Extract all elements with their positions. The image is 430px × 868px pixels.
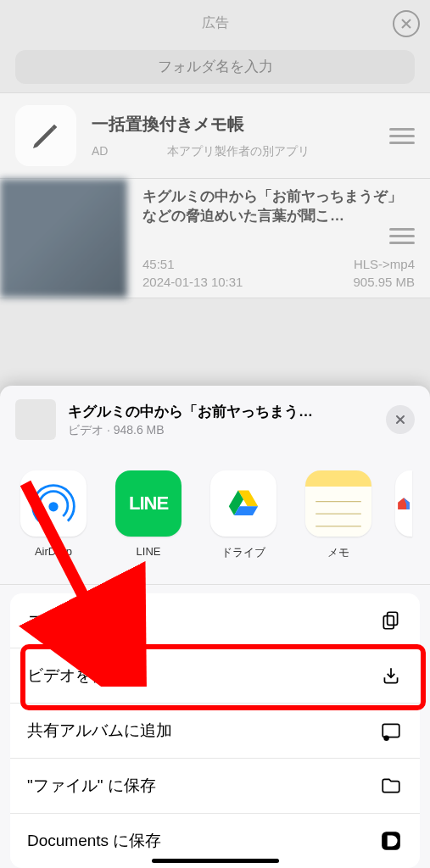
video-thumbnail <box>0 179 127 298</box>
action-label: "ファイル" に保存 <box>27 775 156 797</box>
svg-rect-4 <box>388 612 398 625</box>
sheet-subtitle: ビデオ · 948.6 MB <box>68 423 374 438</box>
drive-icon <box>210 470 276 537</box>
ad-label: 広告 <box>202 14 229 32</box>
action-copy[interactable]: コピー <box>10 593 420 648</box>
action-label: コピー <box>27 609 75 632</box>
share-apps-row: AirDrop LINE LINE ドライブ メモ <box>0 453 430 585</box>
svg-rect-5 <box>383 616 394 629</box>
download-icon <box>379 664 403 687</box>
pencil-icon <box>15 105 76 166</box>
sheet-thumbnail <box>15 399 56 440</box>
action-save-files[interactable]: "ファイル" に保存 <box>10 759 420 814</box>
documents-app-icon <box>379 829 403 853</box>
svg-point-7 <box>384 736 388 740</box>
share-app-airdrop[interactable]: AirDrop <box>15 470 92 560</box>
video-title: キグルミの中から「お前ヤっちまうぞ」などの脅迫めいた言葉が聞こ… <box>142 187 415 226</box>
home-indicator <box>152 859 279 863</box>
app-label: メモ <box>327 545 349 560</box>
video-item[interactable]: キグルミの中から「お前ヤっちまうぞ」などの脅迫めいた言葉が聞こ… 45:51 H… <box>0 179 430 298</box>
close-sheet-button[interactable] <box>386 405 415 434</box>
action-shared-album[interactable]: 共有アルバムに追加 <box>10 704 420 759</box>
folder-icon <box>379 774 403 798</box>
svg-point-0 <box>48 502 58 511</box>
share-app-more[interactable] <box>395 470 412 560</box>
menu-icon[interactable] <box>389 228 415 244</box>
action-label: ビデオを保存 <box>27 665 124 687</box>
promo-subtext: 本アプリ製作者の別アプリ <box>167 144 310 159</box>
menu-icon[interactable] <box>389 128 415 144</box>
app-label: LINE <box>137 545 161 558</box>
sheet-title: キグルミの中から「お前ヤっちまう… <box>68 402 374 421</box>
share-app-notes[interactable]: メモ <box>300 470 377 560</box>
share-app-drive[interactable]: ドライブ <box>205 470 282 560</box>
video-format: HLS->mp4 <box>354 257 415 271</box>
shared-album-icon <box>379 719 403 743</box>
video-duration: 45:51 <box>142 257 175 271</box>
airdrop-icon <box>20 470 87 537</box>
svg-rect-6 <box>383 724 399 737</box>
action-save-video[interactable]: ビデオを保存 <box>10 648 420 704</box>
close-icon[interactable] <box>393 10 420 37</box>
share-sheet: キグルミの中から「お前ヤっちまう… ビデオ · 948.6 MB AirDrop… <box>0 386 430 868</box>
ad-badge: AD <box>92 144 108 159</box>
line-icon: LINE <box>115 470 181 537</box>
app-label: AirDrop <box>35 545 72 558</box>
partial-icon <box>395 470 412 537</box>
video-date: 2024-01-13 10:31 <box>142 275 243 289</box>
copy-icon <box>379 609 403 632</box>
action-label: 共有アルバムに追加 <box>27 720 172 742</box>
promo-app-title: 一括置換付きメモ帳 <box>92 113 389 136</box>
promo-app-card[interactable]: 一括置換付きメモ帳 AD 本アプリ製作者の別アプリ <box>0 92 430 179</box>
share-app-line[interactable]: LINE LINE <box>110 470 187 560</box>
app-label: ドライブ <box>221 545 265 560</box>
action-label: Documents に保存 <box>27 830 161 852</box>
video-size: 905.95 MB <box>353 275 415 289</box>
notes-icon <box>305 470 371 537</box>
search-input[interactable] <box>15 50 415 84</box>
